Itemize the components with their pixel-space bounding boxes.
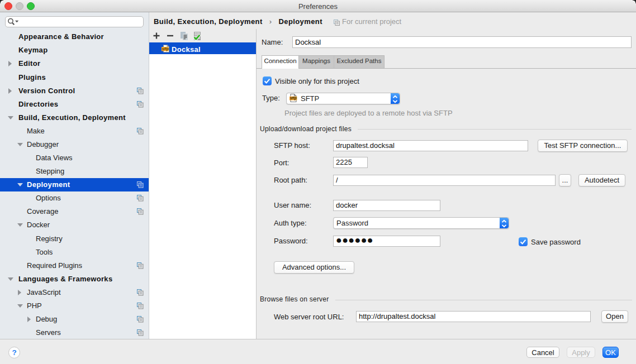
svg-text:sftp: sftp (162, 47, 169, 51)
svg-text:sftp: sftp (290, 96, 297, 100)
